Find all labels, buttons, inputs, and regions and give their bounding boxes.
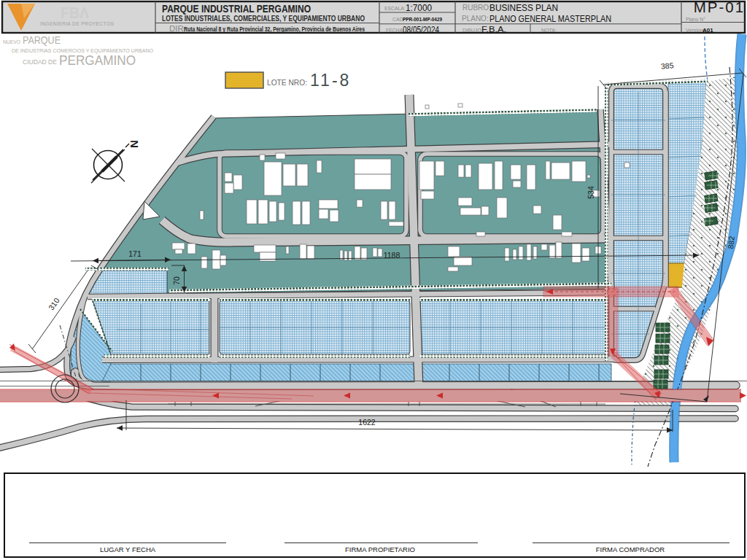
svg-text:ESCALA:: ESCALA:: [384, 6, 406, 11]
svg-text:NOTA:: NOTA:: [541, 28, 557, 33]
svg-text:DIBUJO:: DIBUJO:: [462, 28, 483, 33]
svg-text:Plano N°: Plano N°: [686, 17, 705, 22]
svg-text:70: 70: [172, 276, 181, 285]
svg-text:INGENIERIA DE PROYECTOS: INGENIERIA DE PROYECTOS: [40, 21, 114, 26]
svg-text:1188: 1188: [384, 251, 400, 260]
svg-text:BUSINESS PLAN: BUSINESS PLAN: [489, 2, 558, 13]
svg-text:CIUDAD DE: CIUDAD DE: [23, 58, 57, 66]
svg-text:LOTE NRO:: LOTE NRO:: [267, 78, 307, 87]
svg-text:PARQUE INDUSTRIAL PERGAMINO: PARQUE INDUSTRIAL PERGAMINO: [162, 2, 311, 15]
svg-text:385: 385: [660, 61, 674, 70]
svg-text:PPR-001-MP-0429: PPR-001-MP-0429: [403, 16, 442, 23]
svg-text:PERGAMINO: PERGAMINO: [59, 52, 136, 68]
svg-text:F.B.A.: F.B.A.: [481, 25, 506, 34]
svg-text:MP-01: MP-01: [694, 0, 745, 15]
svg-text:RUBRO:: RUBRO:: [462, 4, 491, 12]
svg-text:Ruta Nacional 8 y Ruta Provinc: Ruta Nacional 8 y Ruta Provincial 32, Pe…: [184, 26, 365, 33]
svg-text:PLANO:: PLANO:: [462, 15, 489, 23]
svg-text:LOTES INDUSTRIALES, COMERCIALE: LOTES INDUSTRIALES, COMERCIALES, Y EQUIP…: [162, 15, 365, 23]
svg-text:A01: A01: [703, 27, 713, 34]
svg-text:08/05/2024: 08/05/2024: [403, 25, 439, 35]
svg-text:1:7000: 1:7000: [406, 3, 432, 13]
svg-text:534: 534: [587, 186, 595, 199]
svg-text:N: N: [128, 140, 140, 148]
svg-text:171: 171: [128, 249, 142, 258]
svg-text:PLANO GENERAL MASTERPLAN: PLANO GENERAL MASTERPLAN: [489, 13, 611, 24]
svg-text:FBΛ: FBΛ: [61, 4, 89, 22]
svg-text:11-8: 11-8: [310, 71, 351, 90]
svg-text:FECHA:: FECHA:: [386, 28, 404, 33]
svg-text:Version: Version: [686, 27, 703, 34]
svg-text:1622: 1622: [358, 418, 376, 427]
svg-text:882: 882: [726, 236, 736, 249]
